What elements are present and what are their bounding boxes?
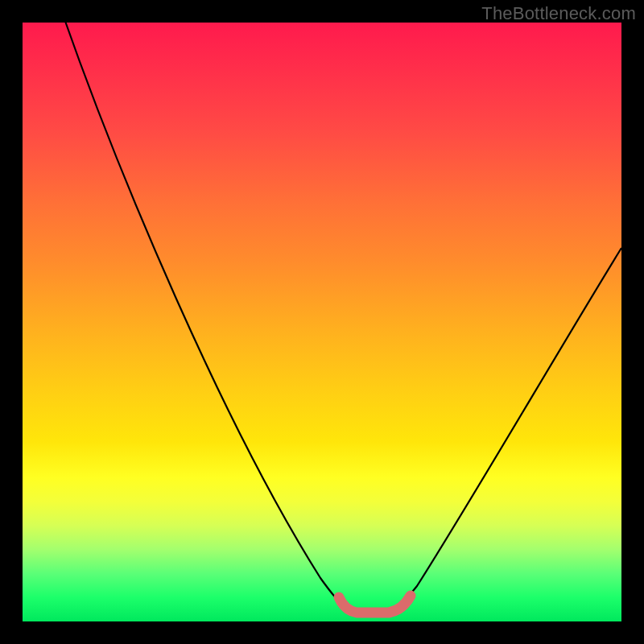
plot-area xyxy=(23,23,621,621)
valley-marker-path xyxy=(339,596,411,613)
watermark-label: TheBottleneck.com xyxy=(481,3,636,24)
curve-svg xyxy=(23,23,621,621)
chart-frame: TheBottleneck.com xyxy=(0,0,644,644)
bottleneck-curve-path xyxy=(63,14,621,614)
